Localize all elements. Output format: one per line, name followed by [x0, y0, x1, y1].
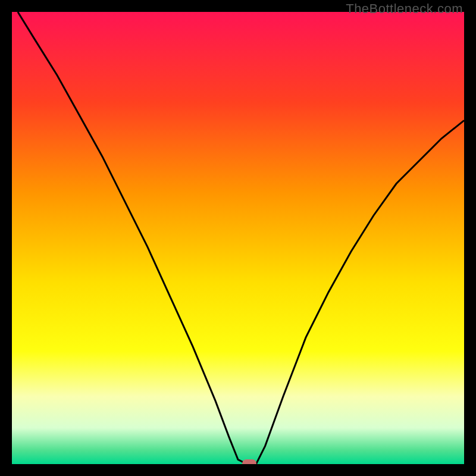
chart-plot-area [12, 12, 464, 464]
minimum-marker [242, 459, 256, 464]
bottleneck-curve [12, 12, 464, 464]
watermark: TheBottleneck.com [346, 1, 463, 17]
